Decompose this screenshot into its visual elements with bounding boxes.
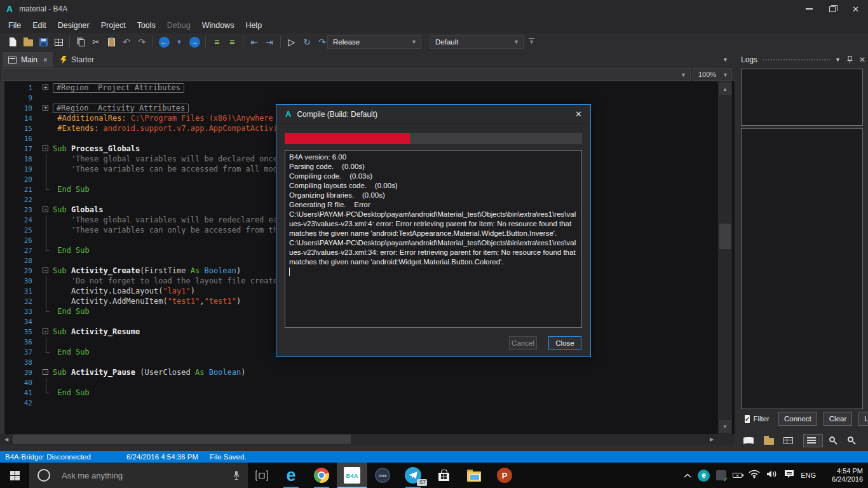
panel-tab-find-in-files-icon[interactable]: .	[848, 437, 860, 445]
battery-icon[interactable]: ✕	[733, 473, 742, 478]
panel-close-icon[interactable]: ✕	[859, 55, 865, 64]
menu-project[interactable]: Project	[95, 19, 132, 32]
step-into-icon[interactable]: ↻	[299, 34, 315, 50]
open-project-icon[interactable]	[20, 34, 36, 50]
fold-marker-icon[interactable]: -	[43, 146, 48, 151]
code-text[interactable]: Activity.AddMenuItem("test1","test1")	[53, 297, 241, 306]
code-text[interactable]: End Sub	[53, 388, 90, 397]
filter-checkbox[interactable]: ✓	[745, 415, 750, 423]
cancel-button[interactable]: Cancel	[509, 336, 537, 350]
tab-close-icon[interactable]: ×	[43, 56, 47, 64]
code-text[interactable]: Activity.LoadLayout("lay1")	[53, 287, 195, 295]
clear-button[interactable]: Clear	[824, 412, 852, 426]
toolbar-overflow-icon[interactable]: ▼	[529, 38, 534, 45]
code-text[interactable]: 'These global variables will be declared…	[53, 154, 278, 163]
panel-tab-find-icon[interactable]: .	[829, 437, 841, 445]
menu-edit[interactable]: Edit	[27, 19, 52, 32]
panel-grip[interactable]	[763, 58, 830, 62]
code-text[interactable]: Sub Activity_Pause (UserClosed As Boolea…	[53, 368, 245, 377]
code-text[interactable]: End Sub	[53, 348, 90, 356]
previous-module-icon[interactable]: ⇤	[247, 34, 262, 50]
menu-help[interactable]: Help	[240, 19, 268, 32]
panel-menu-icon[interactable]: ▼	[835, 57, 841, 63]
psiphon-taskbar-button[interactable]: P	[489, 463, 520, 488]
build-profile-dropdown[interactable]: Default ▼	[430, 35, 524, 49]
package-icon[interactable]	[51, 34, 66, 50]
code-text[interactable]: Sub Activity_Resume	[53, 327, 140, 336]
task-view-button[interactable]	[248, 463, 276, 488]
panel-tab-library-icon[interactable]: .	[743, 437, 757, 444]
panel-tab-modules-icon[interactable]: .	[783, 437, 797, 444]
zoom-dropdown[interactable]: 100% ▼	[693, 68, 732, 81]
wifi-icon[interactable]	[749, 470, 760, 481]
cut-icon[interactable]: ✂	[88, 34, 104, 50]
store-taskbar-button[interactable]	[428, 463, 459, 488]
code-text[interactable]: 'Do not forget to load the layout file c…	[53, 276, 278, 285]
tab-starter[interactable]: Starter	[55, 52, 100, 67]
start-button[interactable]	[0, 463, 29, 488]
volume-icon[interactable]	[766, 470, 778, 481]
paste-icon[interactable]	[104, 34, 119, 50]
run-icon[interactable]: ▷	[284, 34, 299, 50]
code-text[interactable]: 'These global variables will be redeclar…	[53, 215, 278, 224]
tab-list-dropdown-icon[interactable]: ▼	[722, 57, 728, 63]
horizontal-scroll-thumb[interactable]	[13, 435, 351, 444]
dialog-header[interactable]: A Compile (Build: Default) ✕	[276, 105, 590, 124]
code-text[interactable]: #AdditionalRes: C:\Program Files (x86)\A…	[53, 114, 282, 123]
code-text[interactable]: #Region Activity Attributes	[53, 104, 189, 113]
fold-marker-icon[interactable]: -	[43, 329, 48, 334]
connect-button[interactable]: Connect	[778, 412, 817, 426]
code-text[interactable]: 'These variables can only be accessed fr…	[53, 226, 278, 234]
restore-icon[interactable]	[829, 6, 836, 12]
code-text[interactable]: End Sub	[53, 307, 90, 316]
telegram-taskbar-button[interactable]: .57	[398, 463, 428, 488]
scroll-right-icon[interactable]: ▶	[707, 435, 717, 444]
log-output-area[interactable]	[741, 128, 863, 409]
menu-file[interactable]: File	[3, 19, 27, 32]
code-text[interactable]: #Region Project Attributes	[53, 83, 184, 93]
fold-marker-icon[interactable]: +	[43, 105, 48, 111]
undo-icon[interactable]: ↶	[119, 34, 134, 50]
navigate-back-dropdown-icon[interactable]: ▼	[172, 34, 187, 50]
close-button[interactable]: Close	[548, 336, 581, 350]
nox-taskbar-button[interactable]: nox	[367, 463, 398, 488]
action-center-icon[interactable]	[784, 469, 794, 482]
copy-icon[interactable]	[73, 34, 88, 50]
language-indicator[interactable]: ENG	[801, 471, 816, 479]
code-text[interactable]: End Sub	[53, 185, 90, 194]
chrome-taskbar-button[interactable]	[306, 463, 337, 488]
sync-check-tray-icon[interactable]	[716, 470, 726, 480]
redo-icon[interactable]: ↷	[134, 34, 149, 50]
compile-log[interactable]: B4A version: 6.00Parsing code. (0.00s)Co…	[285, 150, 582, 328]
explorer-taskbar-button[interactable]	[459, 463, 489, 488]
tray-chevron-up-icon[interactable]	[684, 470, 691, 481]
horizontal-scrollbar[interactable]: ◀ ▶	[0, 434, 718, 445]
edge-taskbar-button[interactable]: e	[276, 463, 306, 488]
code-text[interactable]: Sub Activity_Create(FirstTime As Boolean…	[53, 266, 241, 275]
comment-icon[interactable]: ≡	[209, 34, 224, 50]
menu-windows[interactable]: Windows	[196, 19, 240, 32]
dialog-close-icon[interactable]: ✕	[575, 109, 582, 119]
code-text[interactable]: 'These variables can be accessed from al…	[53, 165, 278, 173]
pin-icon[interactable]	[847, 56, 853, 64]
vertical-scrollbar[interactable]: ▲ ▼	[718, 81, 732, 434]
panel-tab-logs-tab-icon[interactable]: .	[803, 434, 824, 447]
clock[interactable]: 4:54 PM 6/24/2016	[822, 467, 863, 484]
menu-debug[interactable]: Debug	[161, 19, 196, 32]
module-selector-dropdown[interactable]: ▼	[2, 68, 691, 81]
fold-marker-icon[interactable]: -	[43, 369, 48, 375]
scroll-up-icon[interactable]: ▲	[719, 83, 731, 95]
code-text[interactable]: #Extends: android.support.v7.app.AppComp…	[53, 124, 287, 133]
code-text[interactable]: Sub Process_Globals	[53, 144, 140, 153]
b4a-taskbar-button[interactable]: B4A	[337, 463, 367, 488]
minimize-icon[interactable]	[806, 8, 813, 10]
fold-marker-icon[interactable]: +	[43, 85, 48, 90]
vertical-scroll-thumb[interactable]	[719, 224, 731, 249]
breakpoint-margin[interactable]	[0, 81, 4, 434]
close-icon[interactable]: ✕	[852, 5, 859, 13]
microphone-icon[interactable]	[233, 470, 240, 481]
device-log-area[interactable]	[741, 69, 863, 126]
uncomment-icon[interactable]: ≡	[224, 34, 240, 50]
panel-tab-files-icon[interactable]: .	[764, 436, 778, 445]
new-file-icon[interactable]	[5, 34, 20, 50]
